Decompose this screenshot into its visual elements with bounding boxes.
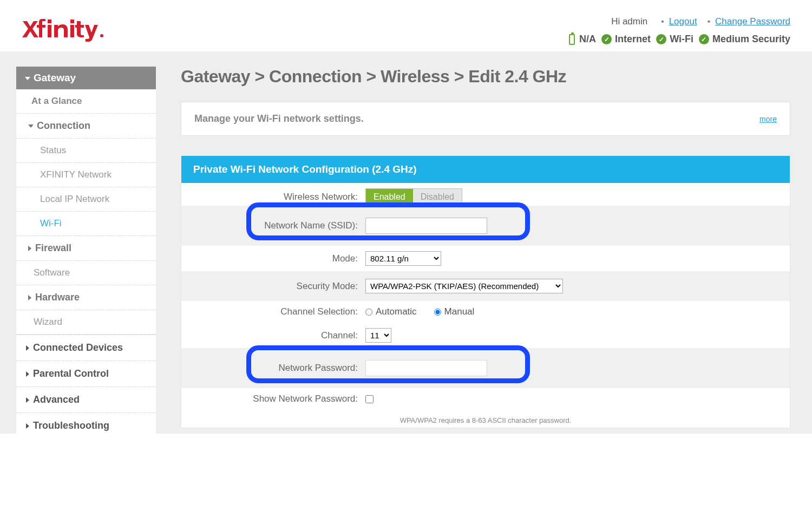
svg-rect-1 xyxy=(48,19,51,23)
sidebar-item-parental-control[interactable]: Parental Control xyxy=(16,361,156,387)
sidebar-item-connection[interactable]: Connection xyxy=(16,114,156,139)
sidebar-item-at-a-glance[interactable]: At a Glance xyxy=(16,89,156,114)
internet-status: ✓ Internet xyxy=(601,34,651,45)
status-bar: N/A ✓ Internet ✓ Wi-Fi ✓ Medium Security xyxy=(569,34,790,45)
battery-icon xyxy=(569,34,575,45)
caret-right-icon xyxy=(28,246,31,251)
channel-manual-radio[interactable]: Manual xyxy=(434,306,475,317)
check-icon: ✓ xyxy=(699,34,709,44)
channel-selection-label: Channel Selection: xyxy=(181,306,365,317)
caret-right-icon xyxy=(26,371,29,377)
sidebar-nav: Gateway At a Glance Connection Status XF… xyxy=(16,67,156,434)
svg-rect-0 xyxy=(48,25,51,37)
info-description: Manage your Wi-Fi network settings. xyxy=(194,113,364,125)
sidebar-item-wizard[interactable]: Wizard xyxy=(16,310,156,335)
user-bar: Hi admin • Logout • Change Password xyxy=(569,16,790,27)
sidebar-group-connection: Connection Status XFINITY Network Local … xyxy=(16,114,156,236)
svg-rect-2 xyxy=(70,25,74,37)
change-password-link[interactable]: Change Password xyxy=(715,16,790,27)
row-channel-selection: Channel Selection: Automatic Manual xyxy=(181,301,790,323)
row-channel: Channel: 11 xyxy=(181,323,790,348)
svg-point-4 xyxy=(100,34,103,37)
sidebar-item-xfinity-network[interactable]: XFINITY Network xyxy=(16,163,156,187)
breadcrumb-title: Gateway > Connection > Wireless > Edit 2… xyxy=(181,67,790,87)
row-password: Network Password: xyxy=(181,348,790,388)
page-header: Hi admin • Logout • Change Password N/A … xyxy=(0,0,812,51)
wifi-config-panel: Private Wi-Fi Network Configuration (2.4… xyxy=(181,155,790,428)
caret-right-icon xyxy=(26,397,29,403)
sidebar-item-hardware[interactable]: Hardware xyxy=(16,285,156,310)
svg-rect-3 xyxy=(70,19,74,23)
sidebar-item-firewall[interactable]: Firewall xyxy=(16,236,156,261)
row-show-password: Show Network Password: xyxy=(181,388,790,410)
password-hint: WPA/WPA2 requires a 8-63 ASCII character… xyxy=(181,410,790,428)
security-mode-label: Security Mode: xyxy=(181,281,365,292)
wireless-network-toggle[interactable]: Enabled Disabled xyxy=(365,188,462,206)
row-wireless-network: Wireless Network: Enabled Disabled xyxy=(181,183,790,206)
sidebar-item-status[interactable]: Status xyxy=(16,139,156,163)
ssid-input[interactable] xyxy=(365,218,487,234)
caret-down-icon xyxy=(25,77,30,80)
greeting-text: Hi admin xyxy=(611,16,647,27)
sidebar-item-connected-devices[interactable]: Connected Devices xyxy=(16,335,156,361)
caret-right-icon xyxy=(26,423,29,429)
logout-link[interactable]: Logout xyxy=(669,16,697,27)
check-icon: ✓ xyxy=(656,34,666,44)
sidebar-item-advanced[interactable]: Advanced xyxy=(16,387,156,413)
caret-right-icon xyxy=(28,295,31,300)
password-label: Network Password: xyxy=(181,363,365,374)
security-mode-select[interactable]: WPA/WPA2-PSK (TKIP/AES) (Recommended) xyxy=(365,279,563,293)
sidebar-item-troubleshooting[interactable]: Troubleshooting xyxy=(16,413,156,434)
row-mode: Mode: 802.11 g/n xyxy=(181,246,790,271)
sidebar-item-software[interactable]: Software xyxy=(16,261,156,285)
sidebar-item-gateway[interactable]: Gateway xyxy=(16,67,156,89)
caret-right-icon xyxy=(26,345,29,351)
wifi-status: ✓ Wi-Fi xyxy=(656,34,693,45)
toggle-disabled[interactable]: Disabled xyxy=(413,189,462,205)
password-input[interactable] xyxy=(365,360,487,376)
check-icon: ✓ xyxy=(601,34,612,44)
wireless-network-label: Wireless Network: xyxy=(181,192,365,202)
toggle-enabled[interactable]: Enabled xyxy=(366,189,413,205)
info-box: Manage your Wi-Fi network settings. more xyxy=(181,102,790,136)
ssid-label: Network Name (SSID): xyxy=(181,220,365,231)
security-status: ✓ Medium Security xyxy=(699,34,790,45)
mode-label: Mode: xyxy=(181,253,365,264)
sidebar-item-local-ip[interactable]: Local IP Network xyxy=(16,187,156,212)
xfinity-logo xyxy=(22,19,106,42)
panel-header: Private Wi-Fi Network Configuration (2.4… xyxy=(181,156,790,183)
info-more-link[interactable]: more xyxy=(759,115,777,123)
channel-select[interactable]: 11 xyxy=(365,328,391,343)
caret-down-icon xyxy=(28,125,34,128)
mode-select[interactable]: 802.11 g/n xyxy=(365,251,441,266)
row-ssid: Network Name (SSID): xyxy=(181,206,790,246)
channel-label: Channel: xyxy=(181,330,365,341)
battery-status: N/A xyxy=(569,34,596,45)
main-content: Gateway > Connection > Wireless > Edit 2… xyxy=(156,67,790,428)
show-password-checkbox[interactable] xyxy=(365,395,374,403)
sidebar-item-wifi[interactable]: Wi-Fi xyxy=(16,212,156,236)
show-password-label: Show Network Password: xyxy=(181,394,365,404)
channel-auto-radio[interactable]: Automatic xyxy=(365,306,417,317)
row-security-mode: Security Mode: WPA/WPA2-PSK (TKIP/AES) (… xyxy=(181,271,790,301)
